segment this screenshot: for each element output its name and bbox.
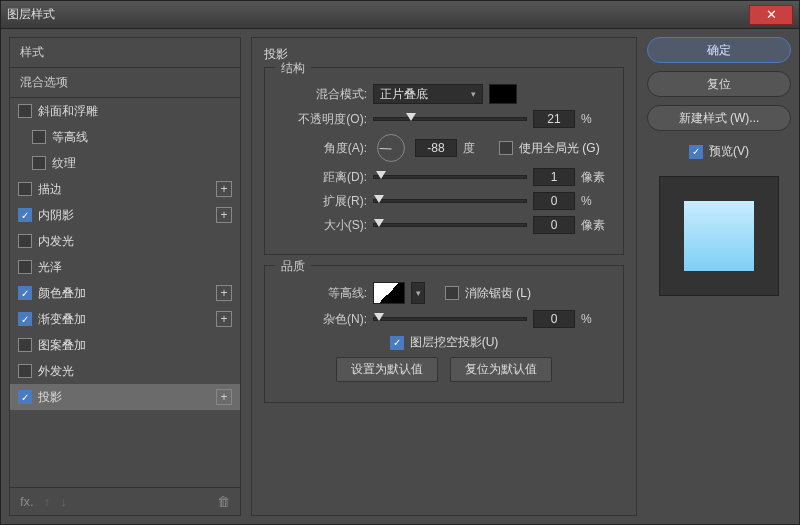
preview-box: [659, 176, 779, 296]
style-checkbox[interactable]: [18, 338, 32, 352]
style-item-label: 等高线: [52, 129, 232, 146]
style-item[interactable]: 斜面和浮雕: [10, 98, 240, 124]
settings-panel: 投影 结构 混合模式: 正片叠底 ▾ 不透明度(O): 21 %: [251, 37, 637, 516]
add-effect-icon[interactable]: +: [216, 285, 232, 301]
knockout-checkbox[interactable]: ✓: [390, 336, 404, 350]
style-checkbox[interactable]: [18, 234, 32, 248]
ok-button[interactable]: 确定: [647, 37, 791, 63]
global-light-label: 使用全局光 (G): [519, 140, 600, 157]
size-unit: 像素: [581, 217, 611, 234]
down-arrow-icon[interactable]: ↓: [60, 494, 67, 509]
style-item[interactable]: 内发光: [10, 228, 240, 254]
reset-default-button[interactable]: 复位为默认值: [450, 357, 552, 382]
spread-label: 扩展(R):: [277, 193, 367, 210]
up-arrow-icon[interactable]: ↑: [44, 494, 51, 509]
style-item[interactable]: 描边+: [10, 176, 240, 202]
style-item-label: 渐变叠加: [38, 311, 216, 328]
blend-mode-label: 混合模式:: [277, 86, 367, 103]
structure-group: 结构 混合模式: 正片叠底 ▾ 不透明度(O): 21 % 角度(A: [264, 67, 624, 255]
antialias-label: 消除锯齿 (L): [465, 285, 531, 302]
add-effect-icon[interactable]: +: [216, 389, 232, 405]
style-item[interactable]: 光泽: [10, 254, 240, 280]
style-item[interactable]: ✓投影+: [10, 384, 240, 410]
chevron-down-icon: ▾: [471, 89, 476, 99]
style-checkbox[interactable]: ✓: [18, 390, 32, 404]
noise-input[interactable]: 0: [533, 310, 575, 328]
style-checkbox[interactable]: [18, 260, 32, 274]
style-item[interactable]: ✓内阴影+: [10, 202, 240, 228]
style-item-label: 图案叠加: [38, 337, 232, 354]
styles-footer: fx. ↑ ↓ 🗑: [10, 487, 240, 515]
add-effect-icon[interactable]: +: [216, 207, 232, 223]
noise-unit: %: [581, 312, 611, 326]
angle-dial[interactable]: [377, 134, 405, 162]
style-item-label: 纹理: [52, 155, 232, 172]
style-checkbox[interactable]: ✓: [18, 286, 32, 300]
style-item[interactable]: 外发光: [10, 358, 240, 384]
blending-options-header[interactable]: 混合选项: [10, 68, 240, 98]
style-item[interactable]: 纹理: [10, 150, 240, 176]
global-light-checkbox[interactable]: [499, 141, 513, 155]
action-panel: 确定 复位 新建样式 (W)... ✓ 预览(V): [647, 37, 791, 516]
fx-icon[interactable]: fx.: [20, 494, 34, 509]
contour-dropdown[interactable]: ▾: [411, 282, 425, 304]
styles-header[interactable]: 样式: [10, 38, 240, 68]
new-style-button[interactable]: 新建样式 (W)...: [647, 105, 791, 131]
add-effect-icon[interactable]: +: [216, 181, 232, 197]
quality-group: 品质 等高线: ▾ 消除锯齿 (L) 杂色(N): 0 % ✓: [264, 265, 624, 403]
noise-slider[interactable]: [373, 317, 527, 321]
style-item-label: 内发光: [38, 233, 232, 250]
structure-title: 结构: [275, 60, 311, 77]
style-item-label: 光泽: [38, 259, 232, 276]
style-item-label: 投影: [38, 389, 216, 406]
contour-label: 等高线:: [277, 285, 367, 302]
spread-input[interactable]: 0: [533, 192, 575, 210]
panel-title: 投影: [264, 46, 624, 63]
antialias-checkbox[interactable]: [445, 286, 459, 300]
style-checkbox[interactable]: [32, 156, 46, 170]
blend-mode-select[interactable]: 正片叠底 ▾: [373, 84, 483, 104]
style-checkbox[interactable]: ✓: [18, 208, 32, 222]
preview-checkbox[interactable]: ✓: [689, 145, 703, 159]
distance-input[interactable]: 1: [533, 168, 575, 186]
dialog-body: 样式 混合选项 斜面和浮雕等高线纹理描边+✓内阴影+内发光光泽✓颜色叠加+✓渐变…: [1, 29, 799, 524]
trash-icon[interactable]: 🗑: [217, 494, 230, 509]
opacity-slider[interactable]: [373, 117, 527, 121]
style-item[interactable]: 图案叠加: [10, 332, 240, 358]
distance-slider[interactable]: [373, 175, 527, 179]
spread-unit: %: [581, 194, 611, 208]
add-effect-icon[interactable]: +: [216, 311, 232, 327]
style-item-label: 颜色叠加: [38, 285, 216, 302]
layer-style-dialog: 图层样式 ✕ 样式 混合选项 斜面和浮雕等高线纹理描边+✓内阴影+内发光光泽✓颜…: [0, 0, 800, 525]
knockout-label: 图层挖空投影(U): [410, 334, 499, 351]
titlebar[interactable]: 图层样式 ✕: [1, 1, 799, 29]
style-item-label: 斜面和浮雕: [38, 103, 232, 120]
styles-list-panel: 样式 混合选项 斜面和浮雕等高线纹理描边+✓内阴影+内发光光泽✓颜色叠加+✓渐变…: [9, 37, 241, 516]
close-button[interactable]: ✕: [749, 5, 793, 25]
style-checkbox[interactable]: [18, 182, 32, 196]
style-checkbox[interactable]: [18, 364, 32, 378]
opacity-input[interactable]: 21: [533, 110, 575, 128]
style-checkbox[interactable]: [18, 104, 32, 118]
contour-picker[interactable]: [373, 282, 405, 304]
distance-unit: 像素: [581, 169, 611, 186]
opacity-label: 不透明度(O):: [277, 111, 367, 128]
window-title: 图层样式: [7, 6, 749, 23]
make-default-button[interactable]: 设置为默认值: [336, 357, 438, 382]
size-slider[interactable]: [373, 223, 527, 227]
angle-label: 角度(A):: [277, 140, 367, 157]
style-item[interactable]: ✓渐变叠加+: [10, 306, 240, 332]
cancel-button[interactable]: 复位: [647, 71, 791, 97]
style-item[interactable]: ✓颜色叠加+: [10, 280, 240, 306]
style-checkbox[interactable]: ✓: [18, 312, 32, 326]
style-item[interactable]: 等高线: [10, 124, 240, 150]
angle-input[interactable]: -88: [415, 139, 457, 157]
noise-label: 杂色(N):: [277, 311, 367, 328]
size-input[interactable]: 0: [533, 216, 575, 234]
style-item-label: 外发光: [38, 363, 232, 380]
spread-slider[interactable]: [373, 199, 527, 203]
distance-label: 距离(D):: [277, 169, 367, 186]
style-checkbox[interactable]: [32, 130, 46, 144]
shadow-color-swatch[interactable]: [489, 84, 517, 104]
preview-label: 预览(V): [709, 143, 749, 160]
